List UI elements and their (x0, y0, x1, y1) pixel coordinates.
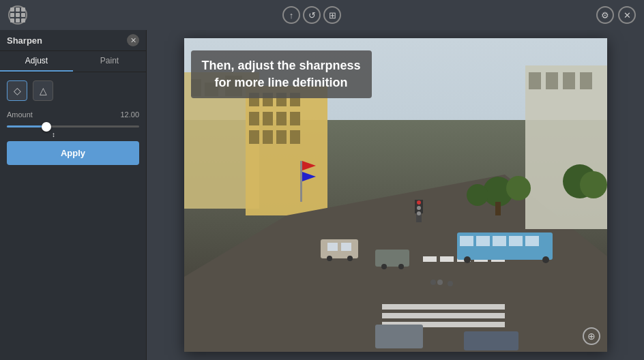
tab-paint[interactable]: Paint (73, 51, 146, 72)
cursor-indicator: ↕ (52, 131, 55, 138)
svg-point-35 (464, 256, 471, 263)
zoom-icon-btn[interactable]: ⊕ (583, 327, 600, 345)
svg-rect-22 (440, 256, 454, 262)
svg-point-65 (437, 280, 443, 285)
svg-point-55 (580, 171, 607, 198)
svg-point-58 (417, 200, 421, 205)
svg-rect-42 (375, 250, 409, 267)
svg-rect-67 (375, 325, 423, 348)
tooltip-line1: Then, adjust the sharpness (202, 59, 361, 72)
svg-rect-15 (290, 112, 300, 125)
nav-icons: ↑ ↺ ⊞ (282, 6, 341, 24)
svg-point-59 (417, 206, 421, 210)
panel-title-bar: Sharpen ✕ (0, 30, 146, 51)
svg-rect-45 (525, 65, 607, 229)
svg-rect-48 (563, 72, 575, 89)
panel-title: Sharpen (7, 35, 42, 46)
top-bar-right: ⚙ ✕ (596, 6, 636, 24)
panel-body: ◇ △ Amount 12.00 ↕ Apply (0, 72, 146, 360)
undo-icon-btn[interactable]: ↺ (303, 6, 321, 24)
slider-container[interactable]: ↕ (7, 123, 139, 130)
tooltip-line2: for more line definition (215, 76, 348, 89)
svg-rect-34 (525, 236, 539, 246)
tool-triangle-btn[interactable]: △ (33, 80, 53, 101)
left-panel: Sharpen ✕ Adjust Paint ◇ △ Amount (0, 30, 147, 360)
svg-rect-19 (290, 130, 300, 144)
tooltip-overlay: Then, adjust the sharpness for more line… (191, 50, 372, 98)
svg-rect-47 (546, 72, 558, 89)
svg-rect-12 (249, 112, 259, 125)
tool-icons: ◇ △ (7, 80, 139, 101)
panel-close-button[interactable]: ✕ (127, 34, 139, 46)
canvas-area: Then, adjust the sharpness for more line… (147, 30, 644, 360)
image-container: Then, adjust the sharpness for more line… (184, 38, 607, 352)
svg-rect-14 (276, 112, 287, 125)
svg-rect-46 (529, 72, 541, 89)
svg-point-43 (381, 264, 387, 269)
apply-button[interactable]: Apply (7, 141, 139, 165)
diamond-icon: ◇ (14, 85, 21, 96)
menu-icon-btn[interactable] (8, 5, 27, 25)
svg-rect-37 (321, 239, 358, 258)
grid-icon (10, 7, 25, 22)
svg-rect-49 (580, 72, 592, 89)
svg-rect-61 (300, 161, 302, 202)
svg-point-40 (327, 256, 332, 261)
svg-rect-16 (249, 130, 259, 144)
slider-track (7, 125, 139, 127)
svg-rect-17 (263, 130, 273, 144)
svg-point-52 (467, 184, 488, 206)
svg-rect-53 (495, 202, 501, 215)
svg-rect-68 (464, 331, 518, 350)
top-bar-left (8, 5, 27, 25)
slider-fill (7, 125, 46, 127)
svg-rect-38 (327, 243, 338, 251)
tool-sharpen-btn[interactable]: ◇ (7, 80, 27, 101)
svg-rect-21 (423, 256, 437, 262)
amount-label: Amount (7, 110, 33, 119)
close-app-icon-btn[interactable]: ✕ (618, 6, 636, 24)
amount-row: Amount 12.00 (7, 110, 139, 119)
svg-rect-31 (476, 236, 490, 246)
svg-rect-18 (276, 130, 287, 144)
redo-icon-btn[interactable]: ⊞ (323, 6, 341, 24)
amount-value: 12.00 (120, 110, 139, 119)
svg-rect-26 (382, 304, 505, 310)
tab-adjust[interactable]: Adjust (0, 51, 73, 72)
top-bar: ↑ ↺ ⊞ ⚙ ✕ (0, 0, 644, 30)
svg-rect-27 (382, 313, 505, 318)
svg-point-60 (417, 211, 421, 215)
slider-thumb[interactable] (42, 122, 51, 132)
settings-icon-btn[interactable]: ⚙ (596, 6, 614, 24)
svg-point-51 (506, 176, 531, 200)
triangle-icon: △ (40, 85, 47, 96)
svg-point-36 (542, 256, 549, 263)
upload-icon-btn[interactable]: ↑ (282, 6, 300, 24)
svg-point-44 (398, 264, 404, 269)
svg-rect-32 (493, 236, 506, 246)
svg-rect-33 (509, 236, 523, 246)
svg-point-64 (430, 280, 436, 285)
svg-rect-30 (460, 236, 473, 246)
svg-point-66 (448, 281, 453, 286)
svg-point-41 (347, 256, 353, 261)
svg-rect-39 (341, 243, 351, 251)
svg-rect-13 (263, 112, 273, 125)
main-content: Sharpen ✕ Adjust Paint ◇ △ Amount (0, 30, 644, 360)
tabs-container: Adjust Paint (0, 51, 146, 72)
